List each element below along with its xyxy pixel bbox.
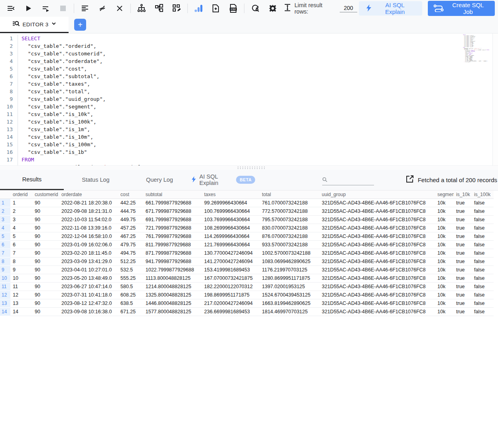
table-cell[interactable]: true [454,249,472,257]
table-cell[interactable]: 90 [32,224,59,232]
table-cell[interactable]: 608.25 [118,291,143,299]
table-cell[interactable]: 2023-02-20 18:11:45.0 [59,249,118,257]
table-cell[interactable]: false [472,216,494,224]
table-cell[interactable]: 10k [435,224,454,232]
table-cell[interactable]: 10k [435,199,454,207]
table-cell[interactable]: 671.25 [118,308,143,316]
table-cell[interactable]: 10k [435,257,454,266]
table-cell[interactable]: 108.2699966430664 [202,224,260,232]
column-header-orderid[interactable]: orderid [10,191,32,199]
table-cell[interactable]: 494.75 [118,249,143,257]
table-cell[interactable]: 10k [435,299,454,308]
table-cell[interactable]: 10k [435,283,454,291]
table-row[interactable]: 1111902023-06-27 10:47:14.0580.51214.800… [0,283,494,291]
table-cell[interactable]: 1446.800048828125 [143,299,202,308]
table-cell[interactable]: true [454,299,472,308]
table-cell[interactable]: 90 [32,266,59,274]
table-cell[interactable]: 10 [10,274,32,283]
sql-code[interactable]: 1SELECT2 "csv_table"."orderid",3 "csv_ta… [0,35,492,165]
table-cell[interactable]: 2023-01-09 16:02:06.0 [59,241,118,249]
table-cell[interactable]: 10k [435,232,454,241]
table-cell[interactable]: 661.7999877929688 [143,199,202,207]
table-cell[interactable]: 5 [10,232,32,241]
table-cell[interactable]: 14 [10,308,32,316]
table-cell[interactable]: 321D55AC-AD43-4B6E-AA46-6F1CB1076FC8 [319,283,435,291]
table-cell[interactable]: false [472,257,494,266]
table-cell[interactable]: 811.7999877929688 [143,241,202,249]
table-cell[interactable]: 1176.219970703125 [260,266,319,274]
table-row[interactable]: 99902023-04-01 10:27:01.0532.51022.79998… [0,266,494,274]
table-cell[interactable]: 13 [10,299,32,308]
tab-status-log[interactable]: Status Log [64,170,128,190]
edit-grid-button[interactable] [168,1,185,16]
table-cell[interactable]: 555.25 [118,274,143,283]
table-cell[interactable]: 90 [32,232,59,241]
table-cell[interactable]: 90 [32,199,59,207]
table-cell[interactable]: 2022-08-21 18:20:38.0 [59,199,118,207]
table-cell[interactable]: 2022-11-08 13:39:16.0 [59,224,118,232]
table-cell[interactable]: 671.7999877929688 [143,207,202,216]
table-cell[interactable]: 217.02000427246094 [202,299,260,308]
table-cell[interactable]: true [454,216,472,224]
table-cell[interactable]: 90 [32,291,59,299]
table-cell[interactable]: 721.7999877929688 [143,224,202,232]
create-sql-job-button[interactable]: Create SQL Job [428,1,495,16]
table-row[interactable]: 1313902023-08-12 12:47:32.0638.51446.800… [0,299,494,308]
table-cell[interactable]: 321D55AC-AD43-4B6E-AA46-6F1CB1076FC8 [319,199,435,207]
table-cell[interactable]: 321D55AC-AD43-4B6E-AA46-6F1CB1076FC8 [319,274,435,283]
table-cell[interactable]: 4 [10,224,32,232]
table-cell[interactable]: 153.4199981689453 [202,266,260,274]
sql-editor[interactable]: 1SELECT2 "csv_table"."orderid",3 "csv_ta… [0,33,498,165]
execution-flow-button[interactable] [151,1,167,16]
table-cell[interactable]: 444.75 [118,207,143,216]
table-cell[interactable]: 933.5700073242188 [260,241,319,249]
column-header-total[interactable]: total [260,191,319,199]
table-cell[interactable]: 10k [435,249,454,257]
table-cell[interactable]: 8 [10,257,32,266]
table-cell[interactable]: 2023-07-31 10:41:18.0 [59,291,118,299]
table-cell[interactable]: 90 [32,299,59,308]
table-cell[interactable]: 1814.469970703125 [260,308,319,316]
table-cell[interactable]: 795.5700073242188 [260,216,319,224]
table-cell[interactable]: true [454,274,472,283]
table-cell[interactable]: 321D55AC-AD43-4B6E-AA46-6F1CB1076FC8 [319,249,435,257]
table-cell[interactable]: 2022-10-03 11:54:02.0 [59,216,118,224]
table-cell[interactable]: 321D55AC-AD43-4B6E-AA46-6F1CB1076FC8 [319,266,435,274]
table-cell[interactable]: 532.5 [118,266,143,274]
table-cell[interactable]: 772.5700073242188 [260,207,319,216]
run-script-button[interactable] [37,1,54,16]
table-cell[interactable]: 90 [32,283,59,291]
table-cell[interactable]: 2023-03-09 13:41:29.0 [59,257,118,266]
table-cell[interactable]: 10k [435,308,454,316]
table-cell[interactable]: 10k [435,266,454,274]
table-cell[interactable]: 130.77000427246094 [202,249,260,257]
row-limit-input[interactable]: 200 [340,4,357,12]
table-cell[interactable]: 1524.6700439453125 [260,291,319,299]
table-cell[interactable]: 1577.800048828125 [143,308,202,316]
table-cell[interactable]: true [454,283,472,291]
table-cell[interactable]: 761.0700073242188 [260,199,319,207]
table-cell[interactable]: 321D55AC-AD43-4B6E-AA46-6F1CB1076FC8 [319,241,435,249]
table-cell[interactable]: 2023-08-12 12:47:32.0 [59,299,118,308]
explain-hierarchy-button[interactable] [133,1,150,16]
table-row[interactable]: 1414902023-09-08 10:16:38.0671.251577.80… [0,308,494,316]
row-number-cell[interactable]: 8 [0,257,10,266]
row-number-cell[interactable]: 2 [0,207,10,216]
row-number-cell[interactable]: 1 [0,199,10,207]
table-cell[interactable]: true [454,199,472,207]
table-row[interactable]: 44902022-11-08 13:39:16.0457.25721.79998… [0,224,494,232]
table-cell[interactable]: 321D55AC-AD43-4B6E-AA46-6F1CB1076FC8 [319,299,435,308]
table-cell[interactable]: 10k [435,207,454,216]
table-cell[interactable]: 761.7999877929688 [143,232,202,241]
table-cell[interactable]: 512.25 [118,257,143,266]
clear-button[interactable] [112,1,128,16]
table-cell[interactable]: 121.7699966430664 [202,241,260,249]
table-cell[interactable]: 1397.02001953125 [260,283,319,291]
table-cell[interactable]: 321D55AC-AD43-4B6E-AA46-6F1CB1076FC8 [319,224,435,232]
table-cell[interactable]: 2022-12-04 16:58:10.0 [59,232,118,241]
table-cell[interactable]: 7 [10,249,32,257]
table-cell[interactable]: true [454,266,472,274]
row-number-cell[interactable]: 6 [0,241,10,249]
table-row[interactable]: 66902023-01-09 16:02:06.0479.75811.79998… [0,241,494,249]
table-cell[interactable]: 236.6699981689453 [202,308,260,316]
